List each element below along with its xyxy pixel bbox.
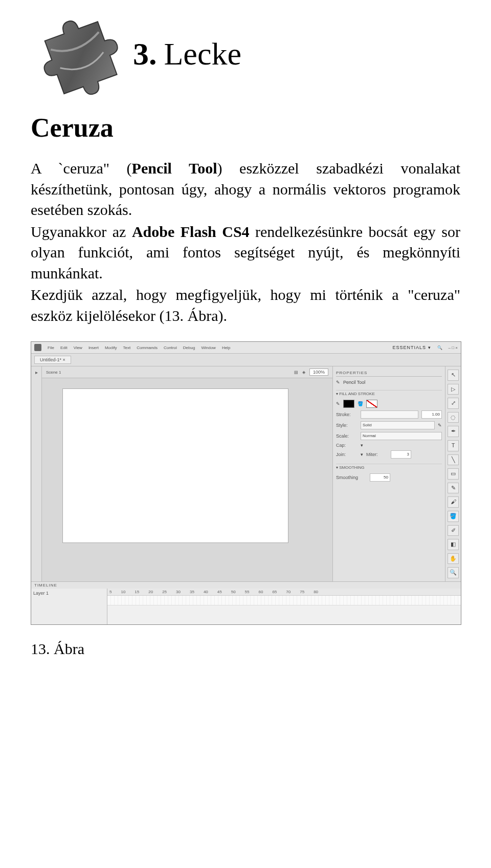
document-tabs: Untitled-1* × (31, 354, 461, 366)
edit-symbol-icon[interactable]: ◈ (302, 370, 305, 375)
miter-label: Miter: (366, 452, 388, 457)
stage-pasteboard[interactable] (42, 378, 332, 581)
scene-label[interactable]: Scene 1 (46, 370, 61, 375)
menu-commands[interactable]: Commands (137, 345, 158, 350)
menu-modify[interactable]: Modify (105, 345, 117, 350)
right-panels: PROPERTIES ✎ Pencil Tool ▾ FILL AND STRO… (332, 366, 461, 581)
fill-color-swatch[interactable] (366, 400, 377, 408)
stroke-label: Stroke: (336, 412, 358, 417)
flash-logo-icon (34, 344, 41, 351)
frame-track[interactable] (107, 596, 461, 605)
pencil-icon: ✎ (336, 380, 340, 385)
hand-tool-icon[interactable]: ✋ (448, 553, 459, 565)
lesson-number: 3. (133, 36, 157, 71)
style-label: Style: (336, 423, 358, 428)
menu-text[interactable]: Text (123, 345, 130, 350)
fill-swatch-icon[interactable]: 🪣 (358, 401, 363, 406)
doc-tab-untitled[interactable]: Untitled-1* × (34, 356, 71, 364)
line-tool-icon[interactable]: ╲ (448, 454, 459, 466)
cap-label: Cap: (336, 443, 358, 448)
menu-debug[interactable]: Debug (183, 345, 195, 350)
tool-name-label: Pencil Tool (343, 380, 365, 385)
stroke-swatch-icon[interactable]: ✎ (336, 401, 340, 406)
layer-row[interactable]: Layer 1 (33, 591, 105, 596)
window-controls-icon[interactable]: – □ × (449, 345, 458, 350)
lesson-title: Lecke (164, 36, 241, 71)
eraser-tool-icon[interactable]: ◧ (448, 539, 459, 550)
fill-stroke-section: ▾ FILL AND STROKE (336, 390, 442, 397)
eyedropper-tool-icon[interactable]: ✐ (448, 525, 459, 536)
figure-caption: 13. Ábra (31, 640, 460, 658)
lasso-tool-icon[interactable]: ◌ (448, 412, 459, 423)
stroke-value[interactable]: 1.00 (421, 410, 442, 419)
paint-bucket-tool-icon[interactable]: 🪣 (448, 511, 459, 522)
zoom-field[interactable]: 100% (309, 368, 328, 376)
miter-value[interactable]: 3 (391, 450, 411, 459)
puzzle-piece-icon (31, 10, 123, 97)
search-icon[interactable]: 🔍 (437, 345, 442, 350)
scale-label: Scale: (336, 433, 358, 439)
smoothing-value[interactable]: 50 (370, 473, 390, 482)
stroke-color-swatch[interactable] (343, 400, 354, 408)
menu-edit[interactable]: Edit (60, 345, 68, 350)
properties-panel-title: PROPERTIES (336, 370, 442, 377)
paragraph-2: Ugyanakkor az Adobe Flash CS4 rendelkezé… (31, 222, 460, 284)
menu-view[interactable]: View (74, 345, 82, 350)
figure-13: File Edit View Insert Modify Text Comman… (31, 341, 460, 625)
menu-control[interactable]: Control (164, 345, 177, 350)
pencil-tool-icon[interactable]: ✎ (448, 483, 459, 494)
toolbox: ↖ ▷ ⤢ ◌ ✒ T ╲ ▭ ✎ 🖌 🪣 ✐ ◧ ✋ 🔍 (445, 366, 461, 581)
brush-tool-icon[interactable]: 🖌 (448, 496, 459, 508)
paragraph-3: Kezdjük azzal, hogy megfigyeljük, hogy m… (31, 285, 460, 326)
timeline-tab[interactable]: TIMELINE (31, 582, 461, 589)
stage-canvas[interactable] (62, 388, 288, 543)
free-transform-tool-icon[interactable]: ⤢ (448, 398, 459, 409)
menu-help[interactable]: Help (222, 345, 230, 350)
zoom-tool-icon[interactable]: 🔍 (448, 567, 459, 578)
stage-header: Scene 1 ▤ ◈ 100% (42, 366, 332, 378)
cap-dropdown[interactable]: ▾ (361, 443, 363, 448)
rectangle-tool-icon[interactable]: ▭ (448, 468, 459, 480)
timeline-layers: Layer 1 (31, 589, 107, 624)
menu-window[interactable]: Window (201, 345, 215, 350)
flash-cs4-screenshot: File Edit View Insert Modify Text Comman… (31, 341, 461, 625)
lesson-header: 3. Lecke (31, 10, 460, 97)
flash-menubar: File Edit View Insert Modify Text Comman… (31, 342, 461, 354)
join-dropdown[interactable]: ▾ (361, 452, 363, 457)
section-title: Ceruza (31, 113, 460, 143)
subselect-tool-icon[interactable]: ▷ (448, 384, 459, 395)
workspace-switcher[interactable]: ESSENTIALS ▾ (393, 345, 431, 350)
join-label: Join: (336, 452, 358, 457)
style-dropdown[interactable]: Solid (361, 421, 435, 429)
edit-scene-icon[interactable]: ▤ (294, 370, 298, 375)
menu-insert[interactable]: Insert (88, 345, 99, 350)
timeline-panel: TIMELINE Layer 1 51015202530354045505560… (31, 581, 461, 624)
scale-dropdown[interactable]: Normal (361, 432, 442, 440)
menu-file[interactable]: File (48, 345, 54, 350)
paragraph-1: A `ceruza" (Pencil Tool) eszközzel szaba… (31, 158, 460, 221)
smoothing-label: Smoothing (336, 475, 367, 480)
selection-tool-icon[interactable]: ↖ (448, 370, 459, 381)
stroke-slider[interactable] (361, 410, 418, 419)
left-dock: ▸ (31, 366, 42, 581)
timeline-frames[interactable]: 5101520253035404550556065707580 (107, 589, 461, 624)
collapse-arrow-icon[interactable]: ▸ (35, 370, 38, 375)
frame-ruler: 5101520253035404550556065707580 (107, 589, 461, 596)
smoothing-section: ▾ SMOOTHING (336, 464, 442, 471)
edit-style-icon[interactable]: ✎ (438, 423, 442, 428)
pen-tool-icon[interactable]: ✒ (448, 426, 459, 437)
text-tool-icon[interactable]: T (448, 440, 459, 451)
